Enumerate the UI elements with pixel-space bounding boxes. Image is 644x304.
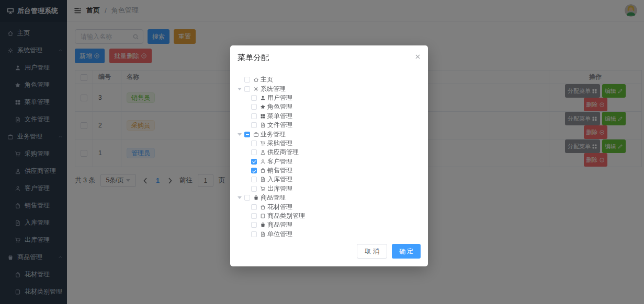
tree-node[interactable]: 主页 — [238, 75, 421, 84]
square-icon — [260, 213, 266, 219]
expander-spacer — [244, 231, 250, 237]
tree-node[interactable]: 采购管理 — [238, 139, 421, 148]
tree-checkbox[interactable] — [251, 149, 257, 155]
cancel-button[interactable]: 取 消 — [357, 244, 387, 259]
tree-node[interactable]: 商品管理 — [238, 193, 421, 202]
tree-node-label: 商品管理 — [261, 193, 286, 202]
tree-checkbox[interactable] — [251, 186, 257, 192]
expander-spacer — [244, 159, 250, 165]
bag-icon — [260, 168, 266, 173]
expander-spacer — [244, 95, 250, 101]
tree-checkbox[interactable] — [251, 222, 257, 228]
tree-node-label: 供应商管理 — [267, 148, 299, 157]
menu-assign-dialog: 菜单分配 主页系统管理用户管理角色管理菜单管理文件管理业务管理采购管理供应商管理… — [230, 45, 428, 266]
tree-checkbox[interactable] — [251, 159, 257, 165]
tree-node[interactable]: 商品管理 — [238, 220, 421, 229]
expander-caret-icon[interactable] — [238, 86, 243, 92]
tree-node[interactable]: 出库管理 — [238, 184, 421, 193]
tree-node-label: 商品管理 — [267, 220, 292, 229]
tree-node-label: 花材管理 — [267, 203, 292, 212]
tree-checkbox[interactable] — [244, 86, 250, 92]
expander-spacer — [244, 149, 250, 155]
tree-node[interactable]: 花材管理 — [238, 202, 421, 211]
dialog-footer: 取 消 确 定 — [230, 244, 428, 266]
tree-node-label: 入库管理 — [267, 175, 292, 184]
tree-node[interactable]: 业务管理 — [238, 130, 421, 138]
expander-spacer — [244, 186, 250, 192]
dialog-title: 菜单分配 — [238, 53, 269, 62]
expander-caret-icon[interactable] — [238, 132, 243, 137]
confirm-button-label: 确 定 — [399, 247, 413, 256]
expander-spacer — [244, 113, 250, 119]
confirm-button[interactable]: 确 定 — [392, 244, 421, 259]
expander-spacer — [244, 204, 250, 210]
tree-node-label: 出库管理 — [267, 184, 292, 193]
close-icon[interactable] — [414, 53, 421, 60]
tree-checkbox[interactable] — [244, 77, 250, 83]
expander-spacer — [244, 168, 250, 173]
expander-spacer — [244, 122, 250, 128]
document-icon — [260, 231, 266, 237]
tree-node-label: 业务管理 — [261, 130, 286, 139]
tree-node[interactable]: 角色管理 — [238, 102, 421, 111]
user-base-icon — [260, 149, 266, 155]
expander-spacer — [244, 213, 250, 219]
tree-node[interactable]: 供应商管理 — [238, 148, 421, 157]
expander-caret-icon[interactable] — [238, 195, 243, 201]
home-icon — [253, 77, 259, 83]
tree-checkbox[interactable] — [251, 213, 257, 219]
gear-icon — [253, 86, 259, 92]
tree-node[interactable]: 菜单管理 — [238, 112, 421, 121]
tree-node-label: 客户管理 — [267, 157, 292, 166]
document-icon — [260, 177, 266, 182]
tree-node[interactable]: 文件管理 — [238, 121, 421, 130]
tree-node-label: 采购管理 — [267, 139, 292, 148]
star-icon — [260, 104, 266, 110]
tree-node[interactable]: 入库管理 — [238, 175, 421, 184]
menu-tree: 主页系统管理用户管理角色管理菜单管理文件管理业务管理采购管理供应商管理客户管理销… — [230, 65, 428, 244]
expander-spacer — [238, 77, 243, 83]
expander-spacer — [244, 177, 250, 182]
tree-node-label: 系统管理 — [261, 85, 286, 93]
expander-spacer — [244, 141, 250, 146]
cart-icon — [260, 186, 266, 192]
tree-node-label: 菜单管理 — [267, 112, 292, 121]
tree-checkbox[interactable] — [251, 141, 257, 146]
user-solid-icon — [260, 95, 266, 101]
tree-node-label: 商品类别管理 — [267, 212, 305, 220]
tree-node[interactable]: 单位管理 — [238, 230, 421, 239]
goods-icon — [260, 222, 266, 228]
tree-node[interactable]: 用户管理 — [238, 93, 421, 102]
goods-icon — [253, 195, 259, 201]
tree-node[interactable]: 客户管理 — [238, 157, 421, 166]
tree-node-label: 销售管理 — [267, 166, 292, 175]
tree-node[interactable]: 系统管理 — [238, 84, 421, 93]
tree-node-label: 单位管理 — [267, 230, 292, 239]
tree-node-label: 文件管理 — [267, 121, 292, 130]
tree-checkbox[interactable] — [251, 113, 257, 119]
tree-checkbox[interactable] — [244, 132, 250, 137]
suitcase-icon — [253, 132, 259, 137]
tree-checkbox[interactable] — [251, 204, 257, 210]
tree-node[interactable]: 商品类别管理 — [238, 212, 421, 220]
expander-spacer — [244, 222, 250, 228]
document-icon — [260, 122, 266, 128]
tree-checkbox[interactable] — [251, 177, 257, 182]
tree-checkbox[interactable] — [251, 168, 257, 173]
tree-checkbox[interactable] — [251, 95, 257, 101]
tree-checkbox[interactable] — [251, 231, 257, 237]
tree-node-label: 主页 — [261, 75, 273, 84]
cancel-button-label: 取 消 — [365, 247, 379, 256]
user-icon — [260, 159, 266, 165]
dialog-header: 菜单分配 — [230, 45, 428, 65]
expander-spacer — [244, 104, 250, 110]
tree-checkbox[interactable] — [244, 195, 250, 201]
tree-node[interactable]: 销售管理 — [238, 166, 421, 175]
tree-checkbox[interactable] — [251, 122, 257, 128]
bag-icon — [260, 204, 266, 210]
tree-node-label: 用户管理 — [267, 93, 292, 102]
cart-icon — [260, 141, 266, 146]
grid-icon — [260, 113, 266, 119]
tree-node-label: 角色管理 — [267, 102, 292, 111]
tree-checkbox[interactable] — [251, 104, 257, 110]
